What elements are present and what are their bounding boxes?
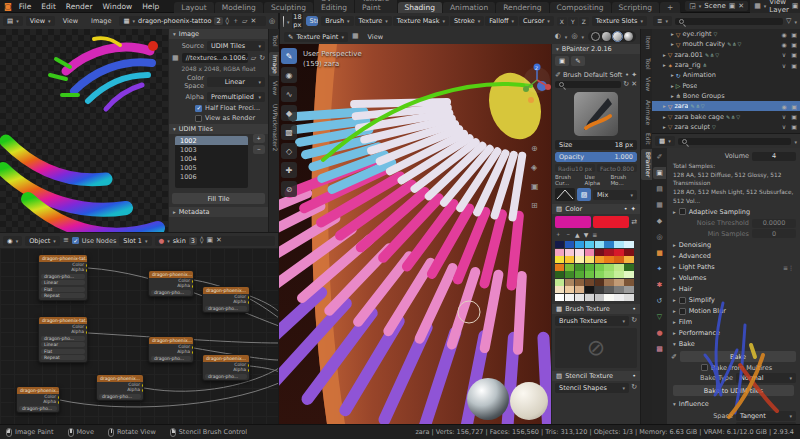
palette-swatch[interactable] (614, 279, 623, 286)
sidebar-tab[interactable]: Tool (641, 55, 652, 73)
palette-swatch[interactable] (585, 241, 594, 248)
palette-swatch[interactable] (585, 286, 594, 293)
menu-item[interactable]: Edit (36, 2, 61, 11)
stencil-shapes-dropdown[interactable]: Stencil Shapes (555, 383, 629, 393)
sidebar-tab[interactable]: UVPackmaster2 (269, 101, 279, 154)
outliner-row[interactable]: ↻ Animation (652, 70, 800, 80)
workspace-tab[interactable]: Shading (398, 2, 443, 13)
workspace-tab[interactable]: UV Editing (314, 0, 355, 13)
image-menu[interactable]: Image (86, 17, 116, 25)
half-float-checkbox[interactable] (195, 105, 202, 112)
workspace-tab[interactable]: Compositing (550, 2, 612, 13)
no-texture-thumbnail[interactable]: ⊘ (555, 328, 637, 368)
scene-selector[interactable]: ◲ Scene ▣✕ (685, 1, 748, 11)
render-camera-icon[interactable]: ▣ (790, 41, 798, 48)
gear-icon[interactable]: ✦ (631, 205, 636, 213)
workspace-tab[interactable]: Scripting (612, 2, 660, 13)
paint-menu[interactable]: Stroke (450, 16, 484, 26)
paint-tool-button[interactable]: ⊘ (281, 181, 297, 197)
menu-item[interactable]: Window (98, 2, 138, 11)
visibility-eye-icon[interactable]: ◉ (780, 41, 788, 48)
snap-icon[interactable]: ◐ (555, 33, 561, 40)
paint-menu[interactable]: Brush (321, 16, 353, 26)
bp-opacity-slider[interactable]: Opacity1.000 (555, 152, 637, 162)
palette-swatch[interactable] (614, 271, 623, 278)
refresh-icon[interactable]: ↻ (623, 81, 629, 88)
palette-swatch[interactable] (575, 256, 584, 263)
render-camera-icon[interactable]: ▣ (790, 31, 798, 38)
min-samples-field[interactable]: 0 (752, 229, 796, 238)
color-section-header[interactable]: ▨Color•✦ (552, 204, 640, 214)
property-section-header[interactable]: Light Paths ≡⋮ (667, 262, 800, 273)
node-editor-canvas[interactable]: dragon-phoenix-tat...ColorAlphadragon-ph… (0, 248, 279, 424)
dot-icon[interactable]: • (625, 72, 629, 79)
palette-swatch[interactable] (595, 264, 604, 271)
palette-swatch[interactable] (585, 271, 594, 278)
fill-tile-button[interactable]: Fill Tile (172, 193, 265, 204)
influence-section-header[interactable]: Influence (667, 398, 800, 409)
palette-swatch[interactable] (585, 256, 594, 263)
use-nodes-checkbox[interactable] (72, 237, 79, 244)
folder-icon[interactable]: ▱ (251, 55, 256, 62)
brush-size-slider[interactable]: 18 px (292, 12, 302, 30)
paint-tool-button[interactable]: ◇ (281, 143, 297, 159)
new-image-icon[interactable]: ＋ (232, 18, 239, 25)
palette-swatch[interactable] (565, 241, 574, 248)
palette-swatch[interactable] (585, 279, 594, 286)
paint-tool-button[interactable]: ✚ (281, 162, 297, 178)
properties-tab[interactable]: ▽ (653, 311, 666, 323)
source-dropdown[interactable]: UDIM Tiles (207, 41, 265, 51)
bake-udim-button[interactable]: Bake to UDIM tiles (673, 385, 794, 396)
properties-tab[interactable]: ✦ (653, 263, 666, 275)
paint-tool-button[interactable]: ∿ (281, 86, 297, 102)
palette-swatch[interactable] (555, 286, 564, 293)
property-section-header[interactable]: Film (667, 317, 800, 328)
palette-swatch[interactable] (575, 279, 584, 286)
rendered-shading-button[interactable] (624, 32, 633, 41)
palette-swatch[interactable] (604, 271, 613, 278)
shader-node[interactable]: dragon-phoenix...ColorAlphadragon-pho... (202, 286, 250, 313)
palette-swatch[interactable] (575, 249, 584, 256)
shader-mode-dropdown[interactable]: Object (25, 236, 60, 246)
udim-panel-header[interactable]: UDIM Tiles (169, 124, 268, 134)
palette-swatch[interactable] (595, 271, 604, 278)
viewport-view-menu[interactable]: View (363, 33, 388, 41)
swap-colors-icon[interactable]: ⇄ (631, 219, 637, 226)
bake-button[interactable]: Bake (680, 351, 796, 362)
udim-tile[interactable]: 1006 (175, 172, 248, 181)
palette-swatch[interactable] (595, 241, 604, 248)
workspace-tab[interactable]: Rendering (496, 2, 549, 13)
mirror-toggle[interactable]: X (557, 17, 567, 26)
bake-section-header[interactable]: Bake (667, 339, 800, 350)
slot-dropdown[interactable]: Slot 1 (119, 236, 151, 246)
visibility-eye-icon[interactable]: ◉ (780, 103, 788, 110)
outliner-row[interactable]: ⋔ Bone Groups (652, 91, 800, 101)
origin-gizmo-dot[interactable] (528, 97, 534, 103)
properties-tab[interactable]: ■ (653, 247, 666, 259)
stencil-texture-header[interactable]: ▧Stencil Texture• (552, 371, 640, 381)
properties-tab[interactable]: ● (653, 327, 666, 339)
object-name[interactable]: Animation (683, 71, 716, 79)
object-name[interactable]: Bone Groups (683, 92, 725, 100)
bp-size-slider[interactable]: Size18 px (555, 140, 637, 150)
paint-menu[interactable]: Cursor (519, 16, 554, 26)
node-editor-type[interactable]: ◉ (3, 236, 22, 246)
palette-swatch[interactable] (555, 294, 564, 301)
render-camera-icon[interactable]: ▣ (790, 62, 798, 69)
palette-tool-button[interactable]: ▲ (575, 231, 580, 238)
palette-swatch[interactable] (595, 256, 604, 263)
overlays-icon[interactable]: ◎ (571, 33, 577, 40)
palette-tool-button[interactable]: ▼ (584, 231, 589, 238)
properties-tab[interactable]: ▤ (653, 183, 666, 195)
secondary-color-swatch[interactable] (593, 216, 629, 228)
visibility-eye-icon[interactable]: ◉ (780, 31, 788, 38)
image-mode-dropdown[interactable]: View (26, 16, 55, 26)
list-icon[interactable]: ≡ (63, 237, 69, 244)
palette-swatch[interactable] (565, 279, 574, 286)
property-section-header[interactable]: Volumes (667, 273, 800, 284)
sidebar-tab[interactable]: BPainter (641, 149, 652, 180)
image-panel-header[interactable]: Image (169, 29, 268, 39)
sidebar-tab[interactable]: Edit (641, 130, 652, 148)
multires-checkbox[interactable] (701, 364, 708, 371)
palette-swatch[interactable] (624, 279, 633, 286)
